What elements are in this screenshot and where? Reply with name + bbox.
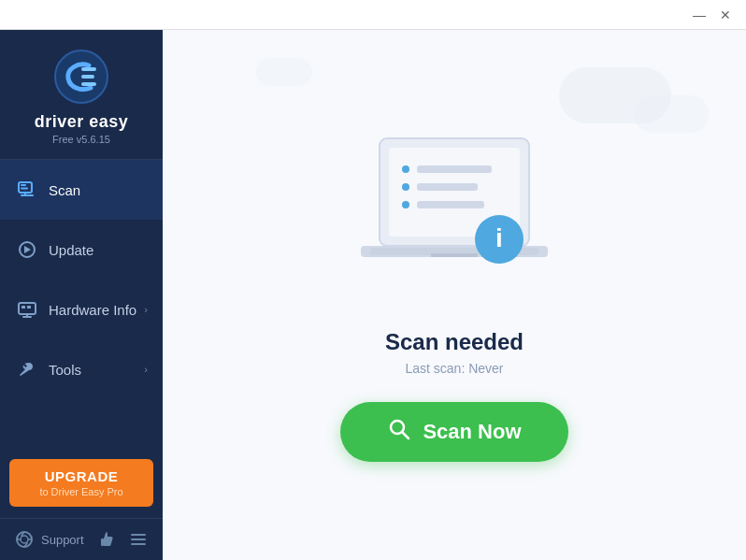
svg-point-27 bbox=[402, 165, 409, 173]
support-label: Support bbox=[41, 533, 84, 547]
minimize-button[interactable]: — bbox=[686, 5, 712, 25]
svg-rect-30 bbox=[417, 165, 492, 173]
list-icon[interactable] bbox=[129, 530, 148, 549]
sidebar-item-hardware-info-label: Hardware Info bbox=[49, 302, 144, 318]
logo-text: driver easy bbox=[35, 112, 129, 132]
sidebar: driver easy Free v5.6.15 Scan bbox=[0, 30, 163, 560]
support-icon bbox=[15, 530, 34, 549]
svg-line-39 bbox=[403, 432, 409, 438]
svg-rect-31 bbox=[417, 183, 478, 191]
main-content: i Scan needed Last scan: Never Scan Now bbox=[163, 30, 746, 560]
svg-rect-10 bbox=[19, 303, 36, 314]
sidebar-item-scan[interactable]: Scan bbox=[0, 160, 163, 220]
sidebar-footer: Support bbox=[0, 518, 163, 560]
update-icon bbox=[15, 237, 39, 262]
svg-rect-12 bbox=[27, 306, 31, 309]
upgrade-title: UPGRADE bbox=[17, 468, 146, 484]
app-container: driver easy Free v5.6.15 Scan bbox=[0, 30, 746, 560]
scan-now-label: Scan Now bbox=[423, 420, 521, 444]
tools-icon bbox=[15, 357, 39, 381]
scan-needed-text: Scan needed bbox=[385, 329, 524, 355]
upgrade-button[interactable]: UPGRADE to Driver Easy Pro bbox=[9, 459, 153, 507]
sidebar-item-update[interactable]: Update bbox=[0, 220, 163, 280]
scan-icon bbox=[15, 178, 39, 202]
sidebar-item-update-label: Update bbox=[49, 242, 148, 258]
svg-rect-35 bbox=[431, 253, 478, 257]
bg-shape-2 bbox=[634, 95, 709, 133]
scan-info: Scan needed Last scan: Never bbox=[385, 329, 524, 376]
svg-text:i: i bbox=[495, 223, 503, 252]
last-scan-text: Last scan: Never bbox=[385, 361, 524, 376]
svg-point-29 bbox=[402, 201, 409, 208]
thumbs-up-icon[interactable] bbox=[97, 530, 116, 549]
sidebar-item-tools[interactable]: Tools › bbox=[0, 339, 163, 399]
title-bar: — ✕ bbox=[0, 0, 746, 30]
nav-items: Scan Update bbox=[0, 160, 163, 448]
app-logo-icon bbox=[53, 49, 109, 105]
support-item[interactable]: Support bbox=[15, 530, 84, 549]
svg-point-16 bbox=[21, 536, 28, 543]
close-button[interactable]: ✕ bbox=[712, 5, 739, 25]
svg-rect-11 bbox=[22, 306, 25, 309]
logo-version: Free v5.6.15 bbox=[52, 134, 110, 145]
upgrade-subtitle: to Driver Easy Pro bbox=[17, 486, 146, 497]
scan-now-button[interactable]: Scan Now bbox=[340, 402, 567, 462]
sidebar-logo: driver easy Free v5.6.15 bbox=[0, 30, 163, 160]
sidebar-item-scan-label: Scan bbox=[49, 182, 148, 198]
hardware-info-icon bbox=[15, 297, 39, 322]
laptop-illustration: i bbox=[342, 129, 567, 310]
svg-rect-5 bbox=[21, 184, 26, 186]
sidebar-item-tools-label: Tools bbox=[49, 362, 144, 378]
tools-chevron-icon: › bbox=[144, 364, 148, 375]
svg-point-28 bbox=[402, 183, 409, 191]
scan-now-search-icon bbox=[387, 417, 411, 447]
svg-rect-32 bbox=[417, 201, 484, 208]
bg-shape-3 bbox=[256, 58, 312, 86]
sidebar-item-hardware-info[interactable]: Hardware Info › bbox=[0, 280, 163, 339]
laptop-svg: i bbox=[342, 129, 567, 307]
svg-rect-21 bbox=[101, 538, 104, 546]
hardware-info-chevron-icon: › bbox=[144, 304, 148, 315]
svg-rect-6 bbox=[21, 188, 28, 190]
